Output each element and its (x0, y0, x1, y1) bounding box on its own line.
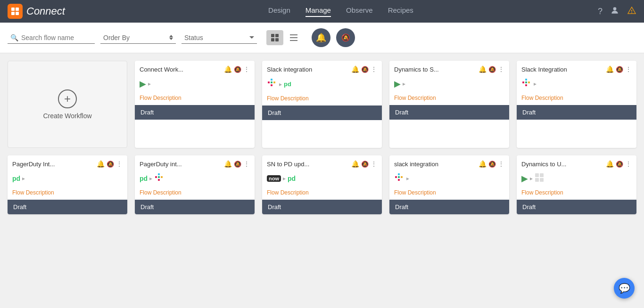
more-icon-2[interactable]: ⋮ (371, 65, 377, 73)
svg-rect-16 (271, 84, 272, 86)
pd-icon-5: pd (12, 175, 20, 182)
order-by-label: Order By (103, 34, 165, 41)
search-input[interactable] (21, 34, 92, 41)
slack-icon-8 (394, 172, 405, 185)
slack-icon-4 (521, 78, 532, 90)
mute-icon-1[interactable]: 🔕 (234, 66, 241, 73)
more-icon-7[interactable]: ⋮ (371, 160, 377, 168)
svg-rect-31 (398, 179, 400, 181)
chat-icon: 💬 (619, 283, 630, 294)
flow-card-4: Slack Integration 🔔 🔕 ⋮ ▸ Flow Des (517, 61, 636, 148)
notification-button[interactable]: 🔔 (312, 28, 330, 47)
svg-point-4 (613, 7, 617, 10)
help-icon[interactable]: ? (598, 7, 603, 16)
mute-icon-9[interactable]: 🔕 (616, 161, 623, 168)
card-header-4: Slack Integration 🔔 🔕 ⋮ (517, 61, 636, 76)
alert-icon[interactable] (627, 6, 636, 17)
mute-icon-3[interactable]: 🔕 (488, 66, 496, 73)
more-icon-8[interactable]: ⋮ (498, 160, 504, 168)
svg-rect-20 (528, 81, 530, 83)
arrow-icon-2: ▸ (279, 81, 282, 88)
bell-icon-9[interactable]: 🔔 (606, 160, 614, 168)
slack-icon-2 (267, 78, 277, 90)
card-footer-8: Draft (389, 200, 509, 214)
flow-card-2: Slack integration 🔔 🔕 ⋮ ▸ pd (262, 61, 382, 148)
flow-icons-3: ▶ ▸ (389, 76, 509, 93)
mute-icon-5[interactable]: 🔕 (107, 161, 114, 168)
flow-description-6: Flow Description (135, 187, 255, 200)
svg-rect-18 (525, 79, 527, 81)
chat-button[interactable]: 💬 (614, 278, 635, 299)
card-title-2: Slack integration (267, 66, 349, 73)
grid-view-button[interactable] (266, 30, 283, 45)
bell-icon-4[interactable]: 🔔 (606, 65, 614, 73)
play-icon-9: ▶ (521, 173, 528, 184)
card-footer-1: Draft (135, 105, 255, 120)
svg-rect-1 (16, 8, 19, 11)
flow-icons-6: pd ▸ (135, 170, 255, 187)
svg-rect-19 (525, 81, 527, 83)
list-view-button[interactable] (285, 30, 302, 45)
flow-description-9: Flow Description (517, 187, 636, 200)
svg-rect-7 (271, 38, 274, 41)
card-header-8: slack integration 🔔 🔕 ⋮ (389, 155, 509, 170)
flow-description-1: Flow Description (135, 93, 255, 105)
logo-area: Connect (8, 4, 65, 19)
pd-icon-6: pd (140, 175, 148, 182)
sn-icon-7: now (267, 175, 281, 182)
card-title-5: PagerDuty Int... (12, 161, 95, 168)
card-title-6: PagerDuty int... (140, 161, 222, 168)
nav-design[interactable]: Design (268, 6, 290, 17)
user-icon[interactable] (610, 6, 619, 17)
bell-icon-8[interactable]: 🔔 (479, 160, 487, 168)
card-footer-6: Draft (135, 200, 255, 214)
mute-icon-8[interactable]: 🔕 (488, 161, 496, 168)
flow-description-7: Flow Description (262, 187, 382, 200)
mute-icon-4[interactable]: 🔕 (616, 66, 623, 73)
arrow-icon-4: ▸ (534, 81, 537, 87)
flow-description-2: Flow Description (262, 93, 382, 105)
bell-icon-6[interactable]: 🔔 (224, 160, 232, 168)
create-workflow-card[interactable]: + Create Workflow (8, 61, 127, 148)
svg-rect-22 (155, 176, 157, 178)
flow-icons-8: ▸ (389, 170, 509, 187)
status-badge-8: Draft (395, 203, 408, 211)
bell-icon-7[interactable]: 🔔 (351, 160, 359, 168)
status-dropdown[interactable]: Status (182, 32, 257, 44)
search-box[interactable]: 🔍 (8, 32, 95, 44)
more-icon-3[interactable]: ⋮ (498, 65, 504, 73)
svg-rect-10 (290, 37, 297, 38)
svg-rect-23 (158, 173, 160, 175)
more-icon-6[interactable]: ⋮ (243, 160, 250, 168)
arrow-icon-8: ▸ (406, 175, 409, 182)
bell-icon-3[interactable]: 🔔 (479, 65, 487, 73)
mute-button[interactable]: 🔕 (336, 28, 355, 47)
nav-recipes[interactable]: Recipes (388, 6, 413, 17)
more-icon-5[interactable]: ⋮ (116, 160, 123, 168)
bell-icon-1[interactable]: 🔔 (224, 65, 232, 73)
mute-icon-7[interactable]: 🔕 (361, 161, 369, 168)
bell-icon-5[interactable]: 🔔 (97, 160, 105, 168)
more-icon-9[interactable]: ⋮ (625, 160, 632, 168)
flow-card-8: slack integration 🔔 🔕 ⋮ ▸ Flow Des (389, 155, 509, 214)
arrow-icon-7: ▸ (283, 175, 286, 182)
card-title-3: Dynamics to S... (394, 66, 477, 73)
arrow-icon-3: ▸ (403, 81, 405, 87)
svg-rect-9 (290, 34, 297, 35)
view-toggle (266, 30, 302, 45)
mute-icon-2[interactable]: 🔕 (361, 66, 369, 73)
flow-description-5: Flow Description (8, 187, 127, 200)
more-icon-4[interactable]: ⋮ (625, 65, 632, 73)
bell-icon-2[interactable]: 🔔 (351, 65, 359, 73)
nav-observe[interactable]: Observe (346, 6, 373, 17)
nav-manage[interactable]: Manage (305, 6, 331, 17)
flow-card-9: Dynamics to U... 🔔 🔕 ⋮ ▶ ▸ Flow Descrip (517, 155, 636, 214)
flow-description-8: Flow Description (389, 187, 509, 200)
toolbar: 🔍 Order By Status (0, 23, 644, 53)
play-icon-3: ▶ (394, 79, 401, 89)
order-by-dropdown[interactable]: Order By (100, 32, 176, 44)
main-content: + Create Workflow Connect Work... 🔔 🔕 ⋮ … (0, 53, 644, 308)
mute-icon-6[interactable]: 🔕 (234, 161, 241, 168)
more-icon-1[interactable]: ⋮ (243, 65, 250, 73)
search-icon: 🔍 (10, 34, 18, 41)
